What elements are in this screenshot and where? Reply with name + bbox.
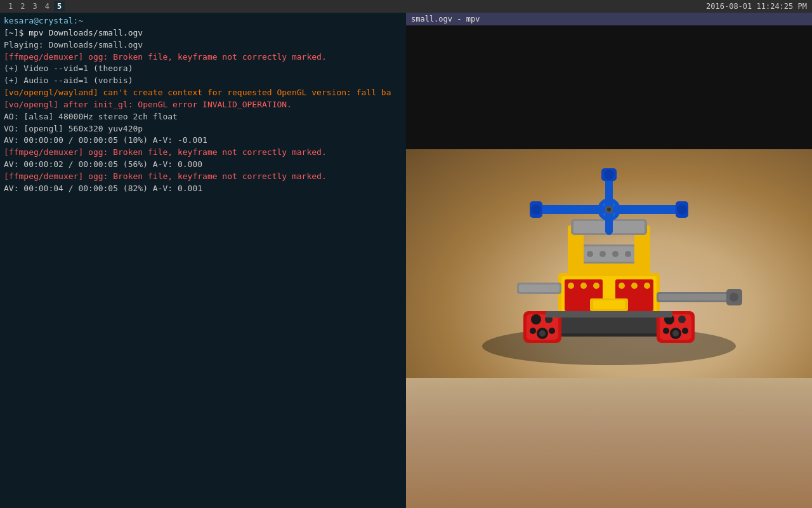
tab-3[interactable]: 3 — [29, 1, 40, 11]
terminal-prompt: kesara@crystal:~ — [4, 15, 402, 27]
tab-bar[interactable]: 1 2 3 4 5 — [5, 1, 65, 11]
svg-point-40 — [612, 251, 619, 257]
clock: 2016-08-01 11:24:25 PM — [706, 2, 807, 11]
svg-point-38 — [587, 251, 593, 257]
terminal-line-4: (+) Video --vid=1 (theora) — [4, 63, 402, 75]
mpv-pane[interactable]: small.ogv - mpv — [406, 13, 812, 508]
terminal-line-12: AV: 00:00:02 / 00:00:05 (56%) A-V: 0.000 — [4, 159, 402, 171]
svg-point-59 — [607, 208, 611, 211]
svg-rect-61 — [593, 300, 625, 309]
svg-point-23 — [568, 283, 574, 289]
svg-point-8 — [539, 330, 546, 337]
tab-1[interactable]: 1 — [5, 1, 16, 11]
main-layout: kesara@crystal:~ [~]$ mpv Downloads/smal… — [0, 13, 812, 508]
svg-point-34 — [730, 293, 738, 302]
terminal-line-1: [~]$ mpv Downloads/small.ogv — [4, 27, 402, 39]
svg-point-27 — [631, 283, 638, 289]
svg-rect-30 — [519, 284, 560, 292]
tab-5[interactable]: 5 — [54, 1, 65, 11]
tab-4[interactable]: 4 — [42, 1, 53, 11]
svg-point-39 — [599, 251, 606, 257]
svg-point-16 — [672, 330, 679, 337]
svg-point-53 — [531, 204, 541, 215]
terminal-line-2: Playing: Downloads/small.ogv — [4, 39, 402, 51]
svg-rect-2 — [542, 318, 676, 333]
mpv-titlebar: small.ogv - mpv — [406, 13, 812, 25]
mpv-video-black-top — [406, 25, 812, 149]
svg-point-24 — [580, 283, 587, 289]
svg-rect-32 — [658, 294, 731, 300]
svg-point-25 — [593, 283, 599, 289]
terminal-line-9: VO: [opengl] 560x320 yuv420p — [4, 123, 402, 135]
mpv-video-frame[interactable] — [406, 149, 812, 378]
svg-point-18 — [682, 328, 688, 334]
svg-point-5 — [531, 314, 541, 324]
terminal-line-3: [ffmpeg/demuxer] ogg: Broken file, keyfr… — [4, 51, 402, 64]
svg-point-10 — [549, 328, 555, 334]
svg-point-57 — [604, 170, 614, 180]
svg-point-41 — [625, 251, 631, 257]
terminal-line-7: [vo/opengl] after init_gl: OpenGL error … — [4, 99, 402, 111]
terminal-pane[interactable]: kesara@crystal:~ [~]$ mpv Downloads/smal… — [0, 13, 406, 508]
tab-2[interactable]: 2 — [17, 1, 28, 11]
terminal-line-5: (+) Audio --aid=1 (vorbis) — [4, 75, 402, 87]
terminal-line-13: [ffmpeg/demuxer] ogg: Broken file, keyfr… — [4, 171, 402, 183]
svg-point-14 — [678, 316, 686, 323]
terminal-line-8: AO: [alsa] 48000Hz stereo 2ch float — [4, 111, 402, 123]
top-bar: 1 2 3 4 5 2016-08-01 11:24:25 PM — [0, 0, 812, 13]
terminal-line-14: AV: 00:00:04 / 00:00:05 (82%) A-V: 0.001 — [4, 183, 402, 195]
mpv-video-bottom — [406, 378, 812, 508]
svg-point-26 — [619, 283, 625, 289]
terminal-line-10: AV: 00:00:00 / 00:00:05 (10%) A-V: -0.00… — [4, 135, 402, 147]
svg-rect-62 — [546, 311, 672, 318]
svg-point-17 — [663, 328, 669, 334]
mpv-title: small.ogv - mpv — [411, 15, 480, 23]
lego-robot-svg — [406, 149, 812, 378]
svg-rect-48 — [533, 205, 606, 214]
terminal-line-11: [ffmpeg/demuxer] ogg: Broken file, keyfr… — [4, 147, 402, 159]
svg-point-28 — [644, 283, 650, 289]
terminal-line-6: [vo/opengl/wayland] can't create context… — [4, 87, 402, 99]
svg-rect-49 — [612, 205, 685, 214]
svg-point-55 — [677, 204, 687, 215]
svg-point-9 — [530, 328, 536, 334]
